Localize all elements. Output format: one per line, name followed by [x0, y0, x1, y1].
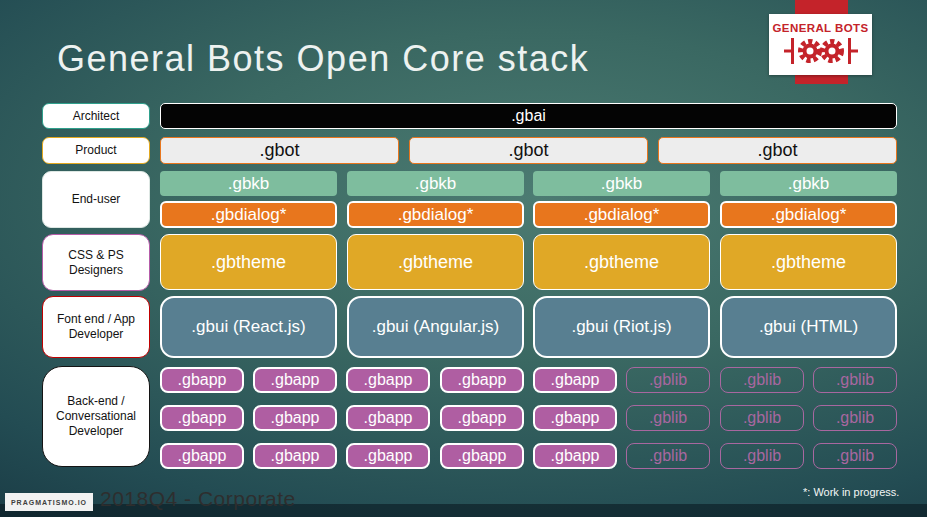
- general-bots-logo: GENERAL BOTS: [769, 14, 872, 75]
- stack-box-gbui-react: .gbui (React.js): [160, 296, 337, 358]
- role-label-product: Product: [42, 137, 150, 164]
- stack-box-gbapp: .gbapp: [533, 367, 617, 393]
- stack-box-gbkb: .gbkb: [533, 171, 710, 196]
- stack-box-gbui-angular: .gbui (Angular.js): [347, 296, 524, 358]
- stack-box-gbai: .gbai: [160, 103, 897, 129]
- stack-box-gbapp: .gbapp: [160, 405, 244, 431]
- stack-box-gbapp: .gbapp: [533, 405, 617, 431]
- stack-box-gblib: .gblib: [813, 367, 897, 393]
- stack-box-gblib: .gblib: [813, 405, 897, 431]
- work-in-progress-footnote: *: Work in progress.: [803, 486, 899, 498]
- pragmatismo-badge: PRAGMATISMO.IO: [5, 493, 93, 511]
- stack-box-gbapp: .gbapp: [160, 367, 244, 393]
- stack-box-gbtheme: .gbtheme: [160, 234, 337, 290]
- stack-box-gbapp: .gbapp: [440, 443, 524, 469]
- stack-box-gbapp: .gbapp: [253, 443, 337, 469]
- stack-box-gbkb: .gbkb: [720, 171, 897, 196]
- stack-box-gbapp: .gbapp: [346, 443, 430, 469]
- stack-box-gbdialog: .gbdialog*: [347, 201, 524, 228]
- stack-box-gbapp: .gbapp: [346, 405, 430, 431]
- stack-box-gbapp: .gbapp: [346, 367, 430, 393]
- stack-box-gbdialog: .gbdialog*: [160, 201, 337, 228]
- stack-box-gbapp: .gbapp: [440, 367, 524, 393]
- stack-box-gbot: .gbot: [160, 137, 399, 164]
- stack-box-gbot: .gbot: [409, 137, 648, 164]
- gear-icon: [784, 35, 858, 67]
- stack-box-gblib: .gblib: [720, 367, 804, 393]
- stack-box-gbapp: .gbapp: [160, 443, 244, 469]
- role-label-frontend-developer: Font end / App Developer: [42, 296, 150, 358]
- role-label-designers: CSS & PS Designers: [42, 234, 150, 291]
- stack-box-gbui-riot: .gbui (Riot.js): [533, 296, 710, 358]
- stack-box-gbapp: .gbapp: [253, 367, 337, 393]
- footer-version-label: 2018Q4 - Corporate: [100, 487, 296, 511]
- stack-box-gbtheme: .gbtheme: [533, 234, 710, 290]
- logo-brand-text: GENERAL BOTS: [773, 22, 869, 34]
- stack-box-gbot: .gbot: [658, 137, 897, 164]
- role-label-end-user: End-user: [42, 171, 150, 228]
- stack-box-gblib: .gblib: [720, 443, 804, 469]
- stack-box-gbkb: .gbkb: [347, 171, 524, 196]
- stack-box-gblib: .gblib: [813, 443, 897, 469]
- stack-box-gbtheme: .gbtheme: [347, 234, 524, 290]
- stack-box-gblib: .gblib: [626, 367, 710, 393]
- stack-box-gbdialog: .gbdialog*: [720, 201, 897, 228]
- page-title: General Bots Open Core stack: [57, 38, 589, 80]
- stack-box-gbkb: .gbkb: [160, 171, 337, 196]
- stack-box-gblib: .gblib: [720, 405, 804, 431]
- stack-box-gbtheme: .gbtheme: [720, 234, 897, 290]
- stack-box-gbdialog: .gbdialog*: [533, 201, 710, 228]
- slide: General Bots Open Core stack GENERAL BOT…: [0, 0, 927, 517]
- role-label-backend-developer: Back-end / Conversational Developer: [42, 366, 150, 467]
- stack-box-gbapp: .gbapp: [253, 405, 337, 431]
- stack-box-gblib: .gblib: [626, 405, 710, 431]
- role-label-architect: Architect: [42, 103, 150, 129]
- stack-box-gbapp: .gbapp: [533, 443, 617, 469]
- stack-box-gblib: .gblib: [626, 443, 710, 469]
- stack-box-gbapp: .gbapp: [440, 405, 524, 431]
- stack-box-gbui-html: .gbui (HTML): [720, 296, 897, 358]
